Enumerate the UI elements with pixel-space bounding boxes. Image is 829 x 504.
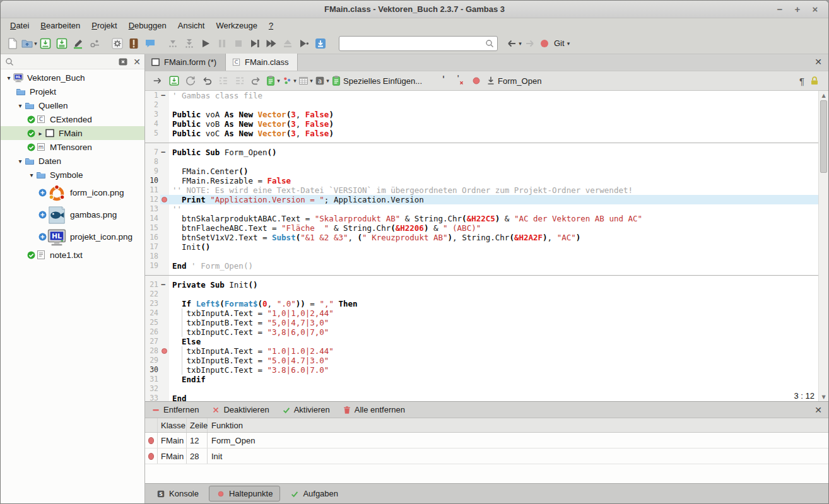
pilcrow-icon[interactable]: ¶ [796, 76, 808, 86]
code-lines[interactable]: 1−' Gambas class file23Public voA As New… [145, 91, 818, 401]
code-line[interactable]: 3Public voA As New Vector(3, False) [145, 110, 818, 119]
breakpoint-dot-icon[interactable] [162, 197, 167, 202]
gutter-marker[interactable] [160, 327, 169, 337]
code-text[interactable]: FMain.Resizable = False [169, 176, 818, 185]
code-text[interactable]: Init() [169, 242, 818, 252]
code-text[interactable]: Endif [169, 375, 818, 384]
menu-?[interactable]: ? [263, 20, 279, 32]
code-text[interactable]: txbInputB.Text = "5.0|4.7|3.0" [169, 356, 818, 365]
code-text[interactable] [169, 384, 818, 394]
gutter-marker[interactable] [160, 337, 169, 346]
comment-quote-button[interactable]: ' [436, 73, 451, 88]
code-text[interactable]: Print "Application.Version = "; Applicat… [169, 195, 818, 204]
letter-case-button[interactable]: a▾ [314, 73, 329, 88]
code-text[interactable]: btnSkalarproduktABAC.Text = "Skalarprodu… [169, 214, 818, 223]
code-line[interactable]: 7−Public Sub Form_Open() [145, 148, 818, 157]
redo-button[interactable] [249, 73, 264, 88]
code-text[interactable]: Public Sub Form_Open() [169, 148, 818, 157]
undo-button[interactable] [199, 73, 215, 88]
gutter-marker[interactable] [160, 185, 169, 195]
code-line[interactable]: 13'' [145, 204, 818, 214]
menu-projekt[interactable]: Projekt [86, 20, 122, 32]
code-text[interactable]: txbInputA.Text = "1.0|1.0|2.44" [169, 346, 818, 356]
code-line[interactable]: 24 txbInputA.Text = "1,0|1,0|2,44" [145, 308, 818, 318]
forward-button[interactable] [522, 35, 538, 52]
gutter-marker[interactable]: − [160, 91, 169, 100]
gutter-marker[interactable] [160, 290, 169, 299]
code-line[interactable]: 19End ' Form_Open() [145, 261, 818, 271]
tree-item-projekt_icon.png[interactable]: HLprojekt_icon.png [1, 226, 144, 248]
code-text[interactable]: If Left$(Format$(0, ".0")) = "," Then [169, 299, 818, 308]
gutter-marker[interactable] [160, 299, 169, 308]
back-button[interactable]: ▾ [505, 35, 522, 52]
run-to-dots-button[interactable] [165, 35, 181, 52]
code-text[interactable]: End [169, 394, 818, 401]
tree-item-symbole[interactable]: ▾Symbole [1, 168, 144, 182]
close-button[interactable]: × [809, 4, 821, 15]
tree-item-form_icon.png[interactable]: form_icon.png [1, 182, 144, 204]
gutter-marker[interactable] [160, 346, 169, 356]
expand-arrow-icon[interactable]: ▾ [16, 102, 25, 109]
gutter-marker[interactable] [160, 233, 169, 242]
gutter-marker[interactable] [160, 318, 169, 327]
code-text[interactable]: Public voC As New Vector(3, False) [169, 129, 818, 138]
gutter-marker[interactable] [160, 157, 169, 167]
breakpoint-dot-icon[interactable] [162, 348, 167, 354]
bottom-tab-aufgaben[interactable]: Aufgaben [283, 486, 346, 501]
code-text[interactable]: End ' Form_Open() [169, 261, 818, 271]
deaktivieren-button[interactable]: Deaktivieren [211, 405, 269, 414]
git-button[interactable]: Git▾ [538, 35, 570, 52]
breakpoint-dot-button[interactable] [469, 73, 484, 88]
code-line[interactable]: 15 btnFlaecheABC.Text = "Fläche " & Stri… [145, 223, 818, 233]
breakpoint-row[interactable]: FMain28Init [145, 448, 828, 464]
gutter-marker[interactable] [160, 204, 169, 214]
code-text[interactable]: FMain.Center() [169, 167, 818, 176]
code-line[interactable]: 23 If Left$(Format$(0, ".0")) = "," Then [145, 299, 818, 308]
run-to-cursor-button[interactable] [296, 35, 312, 52]
menu-datei[interactable]: Datei [4, 20, 35, 32]
code-line[interactable]: 21−Private Sub Init() [145, 280, 818, 290]
unindent-button[interactable] [232, 73, 247, 88]
code-text[interactable]: Private Sub Init() [169, 280, 818, 290]
gutter-marker[interactable] [160, 365, 169, 375]
code-text[interactable]: btnSetV1xV2.Text = Subst("&1 &2 &3", (" … [169, 233, 818, 242]
code-text[interactable]: txbInputC.Text = "3.8|6.0|7.0" [169, 365, 818, 375]
tab-fmain.form[interactable]: FMain.form (*) [145, 54, 226, 71]
minimize-button[interactable]: − [774, 4, 785, 15]
code-line[interactable]: 10 FMain.Resizable = False [145, 176, 818, 185]
code-editor[interactable]: 1−' Gambas class file23Public voA As New… [145, 91, 828, 401]
code-line[interactable]: 2 [145, 100, 818, 110]
save-arrow-all-button[interactable] [54, 35, 70, 52]
close-sidebar-search-icon[interactable]: ✕ [133, 57, 141, 67]
indent-button[interactable] [216, 73, 231, 88]
maximize-button[interactable]: + [792, 4, 803, 15]
stop-button[interactable] [230, 35, 247, 52]
gutter-marker[interactable]: − [160, 280, 169, 290]
paste-clipboard-button[interactable]: ▾ [265, 73, 280, 88]
gutter-marker[interactable]: − [160, 148, 169, 157]
code-line[interactable]: 27 Else [145, 337, 818, 346]
expand-arrow-icon[interactable]: ▾ [16, 158, 25, 165]
code-line[interactable]: 30 txbInputC.Text = "3.8|6.0|7.0" [145, 365, 818, 375]
code-text[interactable]: Else [169, 337, 818, 346]
gutter-marker[interactable] [160, 195, 169, 204]
code-text[interactable]: txbInputB.Text = "5,0|4,7|3,0" [169, 318, 818, 327]
tab-fmain.class[interactable]: CFMain.class [226, 54, 298, 71]
run-to-dots2-button[interactable] [181, 35, 197, 52]
eject-button[interactable] [279, 35, 296, 52]
code-line[interactable]: 17 Init() [145, 242, 818, 252]
code-line[interactable]: 16 btnSetV1xV2.Text = Subst("&1 &2 &3", … [145, 233, 818, 242]
code-line[interactable]: 18 [145, 252, 818, 261]
code-text[interactable]: Public voA As New Vector(3, False) [169, 110, 818, 119]
code-line[interactable]: 28 txbInputA.Text = "1.0|1.0|2.44" [145, 346, 818, 356]
pause-button[interactable] [214, 35, 230, 52]
download-box-button[interactable] [312, 35, 329, 52]
save-arrow-button[interactable] [167, 73, 182, 88]
tree-item-quellen[interactable]: ▾Quellen [1, 98, 144, 112]
gutter-marker[interactable] [160, 110, 169, 119]
fold-minus-icon[interactable]: − [161, 280, 165, 290]
gutter-marker[interactable] [160, 119, 169, 129]
tree-item-projekt[interactable]: Projekt [1, 85, 144, 98]
code-text[interactable]: ' Gambas class file [169, 91, 818, 100]
uncomment-quote-button[interactable]: ' [452, 73, 467, 88]
